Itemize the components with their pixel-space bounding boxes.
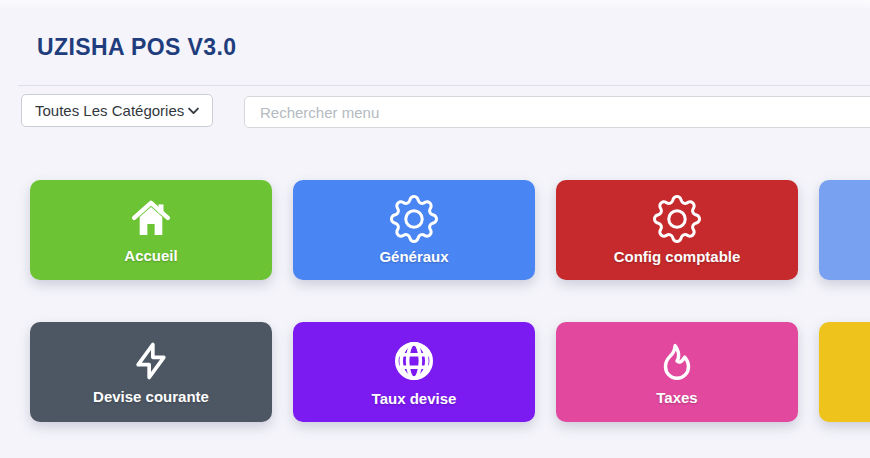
tile-accueil[interactable]: Accueil (30, 180, 272, 280)
tile-label: Devise courante (93, 388, 209, 405)
globe-icon (390, 337, 438, 385)
tile-partial-right-bottom[interactable] (819, 322, 870, 422)
tile-label: Taux devise (372, 390, 457, 407)
tile-config-comptable[interactable]: Config comptable (556, 180, 798, 280)
chevron-down-icon (188, 107, 199, 115)
tile-devise-courante[interactable]: Devise courante (30, 322, 272, 422)
top-strip (0, 0, 870, 10)
home-icon (128, 196, 174, 242)
category-select-value: Toutes Les Catégories (35, 102, 184, 119)
tile-taxes[interactable]: Taxes (556, 322, 798, 422)
tile-label: Config comptable (614, 248, 741, 265)
bolt-icon (129, 339, 173, 383)
header-divider (18, 85, 870, 86)
tile-taux-devise[interactable]: Taux devise (293, 322, 535, 422)
tile-generaux[interactable]: Généraux (293, 180, 535, 280)
flame-icon (654, 338, 700, 384)
page-title: UZISHA POS V3.0 (37, 34, 236, 61)
search-input[interactable] (244, 96, 870, 128)
menu-tile-grid: Accueil Généraux Config comptable Devi (30, 180, 870, 422)
gear-icon (390, 195, 438, 243)
tile-label: Accueil (124, 247, 177, 264)
gear-icon (653, 195, 701, 243)
tile-partial-right-top[interactable] (819, 180, 870, 280)
tile-label: Taxes (656, 389, 697, 406)
tile-label: Généraux (379, 248, 448, 265)
category-select[interactable]: Toutes Les Catégories (21, 94, 213, 127)
